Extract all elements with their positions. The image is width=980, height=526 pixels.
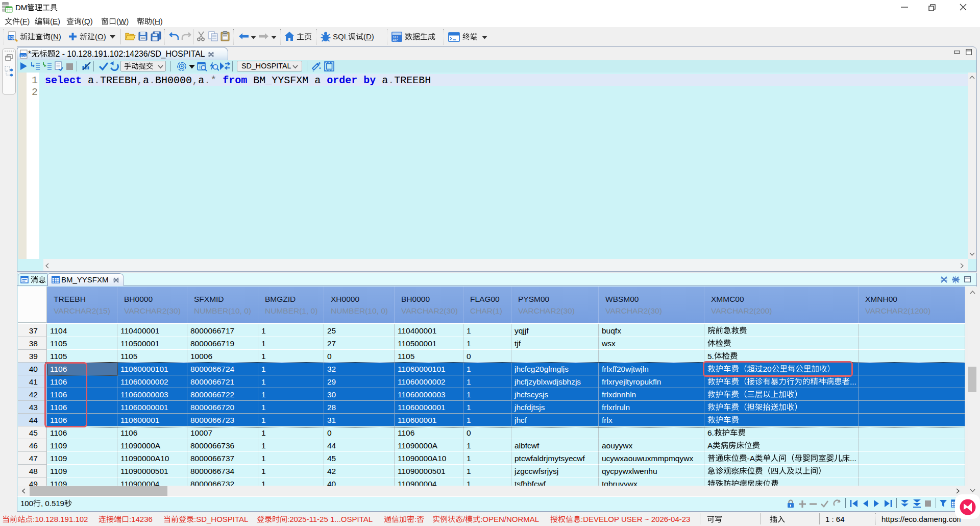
svg-text:SQL: SQL <box>20 54 27 57</box>
svg-text:SQL: SQL <box>8 36 15 40</box>
svg-text:ABC: ABC <box>393 39 398 42</box>
